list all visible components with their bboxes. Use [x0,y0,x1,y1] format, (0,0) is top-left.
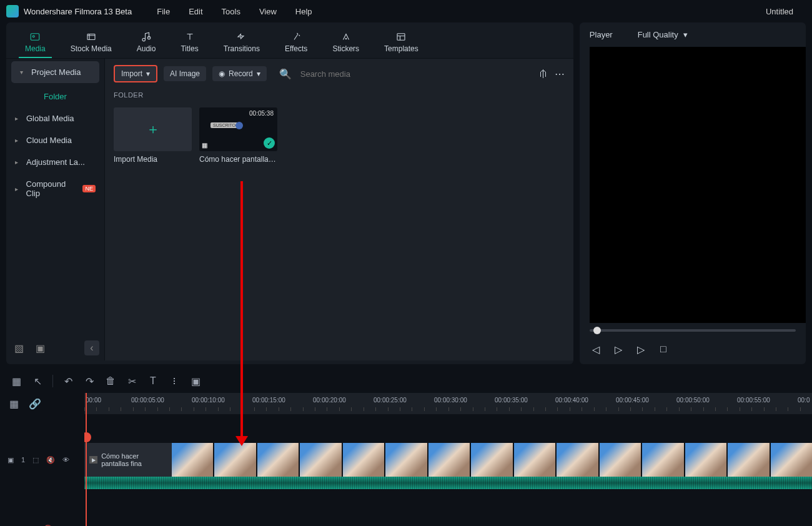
menubar: File Edit Tools View Help [157,7,312,16]
player-preview[interactable] [590,47,806,323]
separator [52,375,53,387]
search-input[interactable] [297,66,526,82]
timeline-body: ▦ 🔗 ▣ 1 ⬚ 🔇 👁 ♪ 1 ⬚ 🔇 00:00 00:00: [0,393,812,526]
sidebar-bottom: ▧ ▣ ‹ [6,335,104,360]
sidebar-folder-label: Folder [44,92,67,101]
menu-help[interactable]: Help [295,7,312,16]
chevron-right-icon: ▸ [15,137,21,144]
menu-edit[interactable]: Edit [189,7,202,16]
app-logo-icon [6,5,19,17]
sidebar-item-adjustment-layer[interactable]: ▸ Adjustment La... [6,151,104,173]
import-button[interactable]: Import ▾ [114,65,157,82]
clip-title: Cómo hacer pantallas fina [101,452,167,467]
undo-button[interactable]: ↶ [62,375,74,387]
templates-icon [394,31,408,42]
media-clip-card[interactable]: 00:05:38 SUSCRITO ▦ ✓ Cómo hacer pantall… [199,107,277,164]
video-track[interactable]: ▶ Cómo hacer pantallas fina [84,443,812,477]
annotation-arrow [240,181,243,437]
record-icon: ◉ [219,69,225,78]
cursor-icon[interactable]: ↖ [31,375,44,387]
scrub-track[interactable] [590,329,796,332]
svg-rect-5 [397,34,405,41]
play-icon: ▶ [89,456,97,464]
next-frame-button[interactable]: ▷ [612,343,625,355]
audio-icon [139,31,153,42]
link-icon[interactable]: 🔗 [29,397,41,410]
tab-transitions[interactable]: Transitions [217,27,266,58]
search-icon: 🔍 [279,68,292,80]
audio-track-header: ♪ 1 ⬚ 🔇 [0,513,84,526]
grid-icon[interactable]: ▦ [10,375,22,387]
tab-media[interactable]: Media [19,27,52,58]
import-media-card[interactable]: ＋ Import Media [114,107,192,164]
chevron-down-icon: ▾ [146,69,150,78]
lock-icon[interactable]: ⬚ [32,456,39,464]
tab-effects-label: Effects [285,44,307,53]
ruler-tick: 00:00:10:00 [192,397,225,404]
audio-track[interactable] [84,477,812,489]
sidebar-item-global-media[interactable]: ▸ Global Media [6,107,104,129]
tab-effects[interactable]: Effects [279,27,314,58]
tab-templates-label: Templates [384,44,418,53]
mute-icon[interactable]: 🔇 [46,456,55,464]
collapse-sidebar-icon[interactable]: ‹ [84,340,99,355]
tab-stock-media[interactable]: Stock Media [64,27,118,58]
ai-image-label: AI Image [170,69,200,78]
ruler-tick: 00:0 [798,397,810,404]
menu-view[interactable]: View [259,7,277,16]
menu-tools[interactable]: Tools [222,7,240,16]
record-button[interactable]: ◉ Record ▾ [212,66,267,81]
plus-icon: ＋ [146,120,160,139]
text-button[interactable]: T [147,375,159,387]
filter-icon[interactable]: ⫛ [538,68,548,80]
sidebar-item-folder[interactable]: Folder [6,86,104,107]
tab-titles[interactable]: Titles [174,27,204,58]
adjust-icon[interactable]: ⫶ [168,375,181,387]
quality-dropdown[interactable]: Full Quality ▾ [638,30,688,39]
crop-icon[interactable]: ▣ [189,375,202,387]
folder-icon[interactable]: ▣ [32,340,47,355]
new-folder-icon[interactable]: ▧ [11,340,26,355]
sidebar-item-project-media[interactable]: ▾ Project Media [11,61,99,83]
prev-frame-button[interactable]: ◁ [590,343,602,355]
video-icon: ▦ [202,142,207,149]
video-clip[interactable]: ▶ Cómo hacer pantallas fina [84,443,172,477]
timeline-tracks[interactable]: 00:00 00:00:05:00 00:00:10:00 00:00:15:0… [84,393,812,526]
player-header: Player Full Quality ▾ [580,22,806,47]
tab-stickers[interactable]: Stickers [326,27,365,58]
timeline-ruler[interactable]: 00:00 00:00:05:00 00:00:10:00 00:00:15:0… [84,393,812,414]
ai-image-button[interactable]: AI Image [164,66,206,81]
suscrito-badge: SUSCRITO [210,122,238,128]
more-icon[interactable]: ⋯ [555,68,565,80]
redo-button[interactable]: ↷ [83,375,96,387]
playhead[interactable] [86,393,87,526]
svg-point-1 [33,36,35,37]
visibility-icon[interactable]: 👁 [62,456,69,464]
sidebar-item-compound-clip[interactable]: ▸ Compound Clip NE [6,173,104,204]
tab-audio[interactable]: Audio [131,27,162,58]
timeline-toolbar: ▦ ↖ ↶ ↷ 🗑 ✂ T ⫶ ▣ [0,369,812,393]
chevron-right-icon: ▸ [15,115,21,122]
player-scrubber[interactable] [580,323,806,338]
media-clip-thumb[interactable]: 00:05:38 SUSCRITO ▦ ✓ [199,107,277,151]
scrub-thumb[interactable] [593,327,601,334]
tab-templates[interactable]: Templates [378,27,425,58]
import-media-thumb[interactable]: ＋ [114,107,192,151]
player-title: Player [590,30,613,39]
ruler-tick: 00:00:55:00 [737,397,770,404]
play-button[interactable]: ▷ [635,343,647,355]
import-label: Import [121,69,142,78]
delete-button[interactable]: 🗑 [104,375,117,387]
tab-titles-label: Titles [181,44,198,53]
ruler-tick: 00:00:40:00 [555,397,588,404]
search-wrap: 🔍 [273,66,532,82]
ruler-tick: 00:00:30:00 [434,397,467,404]
sidebar-global-label: Global Media [26,114,74,123]
stop-button[interactable]: □ [657,343,670,355]
tracks-icon[interactable]: ▦ [7,397,20,410]
folder-heading: FOLDER [105,89,573,101]
sidebar-item-cloud-media[interactable]: ▸ Cloud Media [6,129,104,151]
ruler-tick: 00:00:45:00 [616,397,649,404]
menu-file[interactable]: File [157,7,170,16]
cut-button[interactable]: ✂ [126,375,138,387]
